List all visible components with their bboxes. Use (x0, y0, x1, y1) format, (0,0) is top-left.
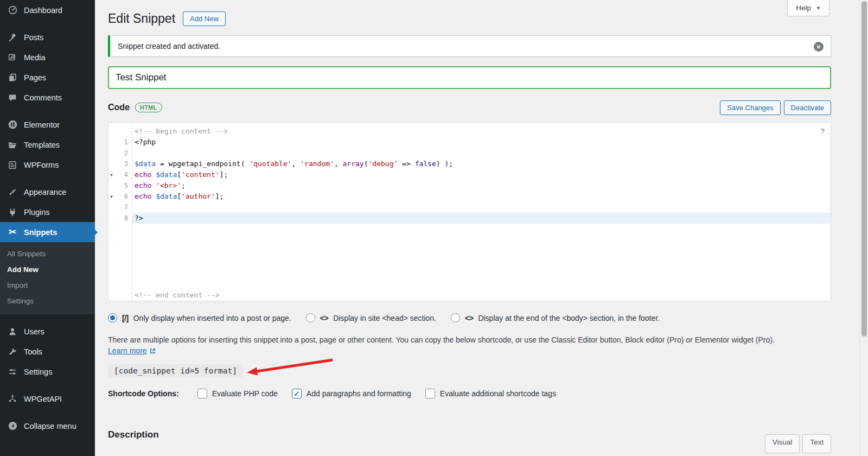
submenu-item-import[interactable]: Import (0, 277, 95, 293)
elementor-icon (7, 119, 18, 130)
sidebar-item-posts[interactable]: Posts (0, 27, 95, 47)
sidebar-item-label: Tools (24, 347, 42, 356)
description-editor-tabs: VisualText (765, 434, 831, 453)
display-option-radio[interactable]: <>Display at the end of the <body> secti… (451, 313, 660, 322)
dismiss-notice-icon[interactable]: ✕ (814, 42, 824, 52)
sidebar-item-users[interactable]: Users (0, 321, 95, 341)
sidebar-item-label: Posts (24, 33, 43, 42)
shortcode-option-checkbox[interactable]: ✓Evaluate PHP code (197, 389, 278, 398)
code-line[interactable]: 3$data = wpgetapi_endpoint( 'quotable', … (108, 159, 831, 169)
code-text: ?> (132, 213, 831, 224)
editor-help-icon[interactable]: ? (821, 127, 825, 135)
code-line[interactable]: 7 (108, 202, 831, 213)
sidebar-item-collapse-menu[interactable]: Collapse menu (0, 416, 95, 436)
deactivate-button[interactable]: Deactivate (784, 100, 831, 115)
fold-arrow-icon[interactable]: ▼ (110, 192, 113, 202)
scissors-icon: ✂ (7, 227, 18, 238)
shortcode-option-label: Evaluate additional shortcode tags (440, 389, 556, 398)
line-number: 8 (108, 213, 132, 224)
tab-text[interactable]: Text (802, 434, 831, 453)
shortcode-option-label: Add paragraphs and formatting (307, 389, 411, 398)
learn-more-label: Learn more (108, 346, 147, 355)
sidebar-item-snippets[interactable]: ✂Snippets (0, 222, 95, 242)
submenu-item-settings[interactable]: Settings (0, 293, 95, 309)
sidebar-item-comments[interactable]: Comments (0, 87, 95, 107)
line-number: 3 (108, 159, 132, 169)
code-line[interactable]: 5echo '<br>'; (108, 180, 831, 191)
sidebar-item-label: Collapse menu (24, 422, 76, 430)
code-text: echo $data['content']; (132, 169, 831, 180)
shortcode-options-label: Shortcode Options: (108, 389, 179, 398)
fold-arrow-icon[interactable]: ▼ (110, 170, 113, 181)
code-text (132, 148, 831, 159)
sidebar-item-label: Templates (24, 141, 60, 149)
sidebar-item-elementor[interactable]: Elementor (0, 115, 95, 135)
wordpress-admin-page: { "colors": { "accent_blue": "#2271b1", … (0, 0, 868, 456)
sidebar-item-label: Plugins (24, 208, 50, 217)
sidebar-item-media[interactable]: Media (0, 47, 95, 67)
checkbox-icon[interactable]: ✓ (425, 389, 435, 398)
radio-icon[interactable] (451, 313, 460, 322)
display-option-label: Only display when inserted into a post o… (133, 314, 291, 322)
code-line[interactable]: 1<?php (108, 137, 831, 148)
shortcode-option-label: Evaluate PHP code (212, 389, 278, 398)
shortcode-option-checkbox[interactable]: ✓Evaluate additional shortcode tags (425, 389, 556, 398)
code-line[interactable]: <!-- end content --> (108, 290, 831, 301)
code-line[interactable]: 2 (108, 148, 831, 159)
sidebar-item-wpforms[interactable]: WPForms (0, 155, 95, 175)
line-number: ▼6 (108, 191, 132, 202)
checkbox-icon[interactable]: ✓ (197, 389, 207, 398)
page-header: Edit Snippet Add New (108, 0, 831, 27)
code-glyph-icon: [/] (122, 314, 129, 322)
sidebar-item-wpgetapi[interactable]: WPGetAPI (0, 389, 95, 409)
pages-icon (7, 72, 18, 83)
main-content-area: Help ▼ Edit Snippet Add New Snippet crea… (95, 0, 859, 456)
sidebar-item-dashboard[interactable]: Dashboard (0, 0, 95, 20)
scrollbar-thumb[interactable] (861, 1, 867, 337)
pin-icon (7, 32, 18, 43)
add-new-button[interactable]: Add New (183, 11, 226, 26)
checkbox-icon[interactable]: ✓ (292, 389, 302, 398)
learn-more-link[interactable]: Learn more (108, 346, 156, 355)
collapse-icon (7, 421, 18, 432)
sidebar-item-plugins[interactable]: Plugins (0, 202, 95, 222)
code-line[interactable]: <!-- begin content --> (108, 126, 831, 137)
snippet-title-input[interactable] (108, 66, 831, 89)
sidebar-item-label: Appearance (24, 188, 66, 197)
media-icon (7, 52, 18, 63)
appearance-icon (7, 187, 18, 198)
display-option-label: Display in site <head> section. (333, 314, 436, 322)
sidebar-item-tools[interactable]: Tools (0, 341, 95, 362)
submenu-item-all-snippets[interactable]: All Snippets (0, 246, 95, 262)
code-glyph-icon: <> (465, 314, 473, 322)
code-line[interactable]: ▼6echo $data['author']; (108, 191, 831, 202)
save-changes-button[interactable]: Save Changes (720, 100, 780, 115)
display-option-radio[interactable]: [/]Only display when inserted into a pos… (108, 313, 291, 322)
radio-icon[interactable] (108, 313, 117, 322)
shortcode-value[interactable]: [code_snippet id=5 format] (108, 364, 243, 377)
radio-icon[interactable] (306, 313, 315, 322)
code-line[interactable]: 8?> (108, 213, 831, 224)
code-text: <?php (132, 137, 831, 148)
submenu-item-add-new[interactable]: Add New (0, 262, 95, 277)
shortcode-options-row: Shortcode Options: ✓Evaluate PHP code✓Ad… (108, 389, 831, 398)
display-option-radio[interactable]: <>Display in site <head> section. (306, 313, 436, 322)
line-number: 1 (108, 137, 132, 148)
page-scrollbar (859, 0, 868, 456)
sidebar-item-templates[interactable]: Templates (0, 135, 95, 155)
sidebar-item-label: Users (24, 327, 44, 336)
code-editor[interactable]: ? <!-- begin content -->1<?php23$data = … (108, 122, 831, 301)
sidebar-item-appearance[interactable]: Appearance (0, 182, 95, 202)
tab-visual[interactable]: Visual (765, 434, 800, 453)
code-text: echo '<br>'; (132, 180, 831, 191)
help-dropdown[interactable]: Help ▼ (787, 0, 829, 16)
code-line[interactable]: ▼4echo $data['content']; (108, 169, 831, 180)
sidebar-item-pages[interactable]: Pages (0, 67, 95, 87)
line-number: 2 (108, 148, 132, 159)
comments-icon (7, 92, 18, 103)
sidebar-item-settings[interactable]: Settings (0, 362, 95, 382)
shortcode-option-checkbox[interactable]: ✓Add paragraphs and formatting (292, 389, 411, 398)
gutter-separator (132, 123, 132, 301)
success-notice: Snippet created and activated. ✕ (108, 35, 831, 57)
admin-sidebar: DashboardPostsMediaPagesCommentsElemento… (0, 0, 95, 456)
